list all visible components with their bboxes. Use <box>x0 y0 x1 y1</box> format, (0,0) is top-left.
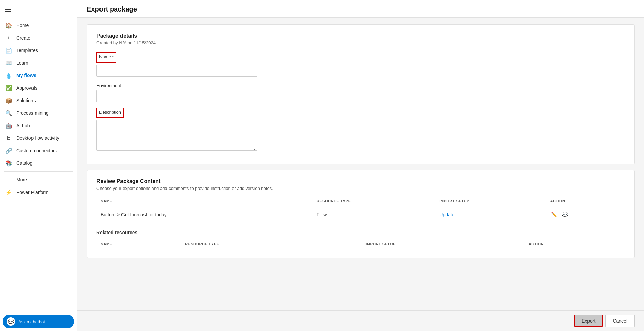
learn-icon: 📖 <box>5 60 12 66</box>
sidebar-item-label-templates: Templates <box>16 48 38 53</box>
sidebar: 🏠Home+Create📄Templates📖Learn💧My flows✅Ap… <box>0 0 77 331</box>
sidebar-item-label-power-platform: Power Platform <box>16 190 49 195</box>
sidebar-item-approvals[interactable]: ✅Approvals <box>1 82 75 94</box>
main-content: Export package Package details Created b… <box>77 0 644 331</box>
environment-form-group: Environment <box>96 82 625 102</box>
sidebar-item-custom-connectors[interactable]: 🔗Custom connectors <box>1 145 75 157</box>
sidebar-item-process-mining[interactable]: 🔍Process mining <box>1 107 75 119</box>
bottom-action-bar: Export Cancel <box>77 310 644 331</box>
page-header: Export package <box>77 0 644 18</box>
sidebar-item-label-my-flows: My flows <box>16 73 36 78</box>
sidebar-item-label-learn: Learn <box>16 60 28 66</box>
row-action: ✏️💬 <box>546 206 625 223</box>
comment-icon[interactable]: 💬 <box>561 211 569 219</box>
solutions-icon: 📦 <box>5 97 12 104</box>
sidebar-item-create[interactable]: +Create <box>1 32 75 44</box>
description-label: Description <box>99 110 121 115</box>
review-package-card: Review Package Content Choose your expor… <box>87 170 635 258</box>
environment-input[interactable] <box>96 90 257 102</box>
name-form-group: Name * <box>96 52 625 77</box>
review-package-title: Review Package Content <box>96 178 625 184</box>
my-flows-icon: 💧 <box>5 72 12 79</box>
row-name: Button -> Get forecast for today <box>96 206 313 223</box>
sidebar-item-label-more: More <box>16 177 27 182</box>
sidebar-item-label-custom-connectors: Custom connectors <box>16 148 57 153</box>
name-label: Name * <box>99 54 114 59</box>
ai-hub-icon: 🤖 <box>5 122 12 129</box>
col-import-setup: IMPORT SETUP <box>435 196 546 206</box>
sidebar-item-ai-hub[interactable]: 🤖AI hub <box>1 119 75 132</box>
chatbot-icon: 💬 <box>7 317 15 326</box>
name-input[interactable] <box>96 65 257 77</box>
sidebar-item-label-home: Home <box>16 23 29 28</box>
rel-col-import-setup: IMPORT SETUP <box>361 239 525 249</box>
related-resources-title: Related resources <box>96 230 625 235</box>
catalog-icon: 📚 <box>5 160 12 167</box>
table-row: Button -> Get forecast for todayFlowUpda… <box>96 206 625 223</box>
more-icon: ... <box>5 176 12 183</box>
description-textarea[interactable] <box>96 120 257 151</box>
sidebar-item-home[interactable]: 🏠Home <box>1 19 75 31</box>
sidebar-item-power-platform[interactable]: ⚡Power Platform <box>1 186 75 198</box>
sidebar-item-label-approvals: Approvals <box>16 85 37 91</box>
approvals-icon: ✅ <box>5 85 12 91</box>
content-area: Package details Created by N/A on 11/15/… <box>77 18 644 310</box>
sidebar-item-my-flows[interactable]: 💧My flows <box>1 69 75 82</box>
col-action: ACTION <box>546 196 625 206</box>
templates-icon: 📄 <box>5 47 12 54</box>
sidebar-item-desktop-flow[interactable]: 🖥Desktop flow activity <box>1 132 75 144</box>
row-import-setup[interactable]: Update <box>435 206 546 223</box>
sidebar-item-learn[interactable]: 📖Learn <box>1 57 75 69</box>
custom-connectors-icon: 🔗 <box>5 147 12 154</box>
import-setup-link[interactable]: Update <box>439 212 454 217</box>
description-form-group: Description <box>96 108 625 151</box>
sidebar-item-templates[interactable]: 📄Templates <box>1 44 75 57</box>
create-icon: + <box>5 35 12 41</box>
rel-col-name: NAME <box>96 239 181 249</box>
package-details-title: Package details <box>96 33 625 39</box>
page-title: Export package <box>87 5 635 13</box>
rel-col-action: ACTION <box>525 239 625 249</box>
hamburger-menu[interactable] <box>3 4 14 15</box>
home-icon: 🏠 <box>5 22 12 29</box>
sidebar-item-solutions[interactable]: 📦Solutions <box>1 94 75 107</box>
package-content-table: NAME RESOURCE TYPE IMPORT SETUP ACTION B… <box>96 196 625 223</box>
chatbot-button[interactable]: 💬 Ask a chatbot <box>3 315 74 328</box>
package-details-card: Package details Created by N/A on 11/15/… <box>87 24 635 164</box>
export-button[interactable]: Export <box>574 315 603 327</box>
sidebar-item-label-create: Create <box>16 35 30 41</box>
package-content-table-container: NAME RESOURCE TYPE IMPORT SETUP ACTION B… <box>96 196 625 223</box>
edit-icon[interactable]: ✏️ <box>550 211 558 219</box>
power-platform-icon: ⚡ <box>5 189 12 196</box>
sidebar-item-label-process-mining: Process mining <box>16 110 49 116</box>
sidebar-item-label-catalog: Catalog <box>16 160 32 166</box>
cancel-button[interactable]: Cancel <box>605 315 635 327</box>
row-resource-type: Flow <box>313 206 435 223</box>
process-mining-icon: 🔍 <box>5 110 12 116</box>
related-resources-section: Related resources NAME RESOURCE TYPE IMP… <box>96 230 625 249</box>
chatbot-label: Ask a chatbot <box>18 319 45 324</box>
related-resources-table: NAME RESOURCE TYPE IMPORT SETUP ACTION <box>96 239 625 249</box>
sidebar-item-label-ai-hub: AI hub <box>16 123 30 128</box>
col-resource-type: RESOURCE TYPE <box>313 196 435 206</box>
desktop-flow-icon: 🖥 <box>5 135 12 141</box>
sidebar-item-label-desktop-flow: Desktop flow activity <box>16 135 59 141</box>
sidebar-item-catalog[interactable]: 📚Catalog <box>1 157 75 169</box>
package-details-subtitle: Created by N/A on 11/15/2024 <box>96 40 625 45</box>
sidebar-item-label-solutions: Solutions <box>16 98 36 103</box>
rel-col-resource-type: RESOURCE TYPE <box>181 239 361 249</box>
review-package-desc: Choose your export options and add comme… <box>96 186 625 191</box>
environment-label: Environment <box>96 83 121 88</box>
sidebar-item-more[interactable]: ...More <box>1 174 75 186</box>
col-name: NAME <box>96 196 313 206</box>
